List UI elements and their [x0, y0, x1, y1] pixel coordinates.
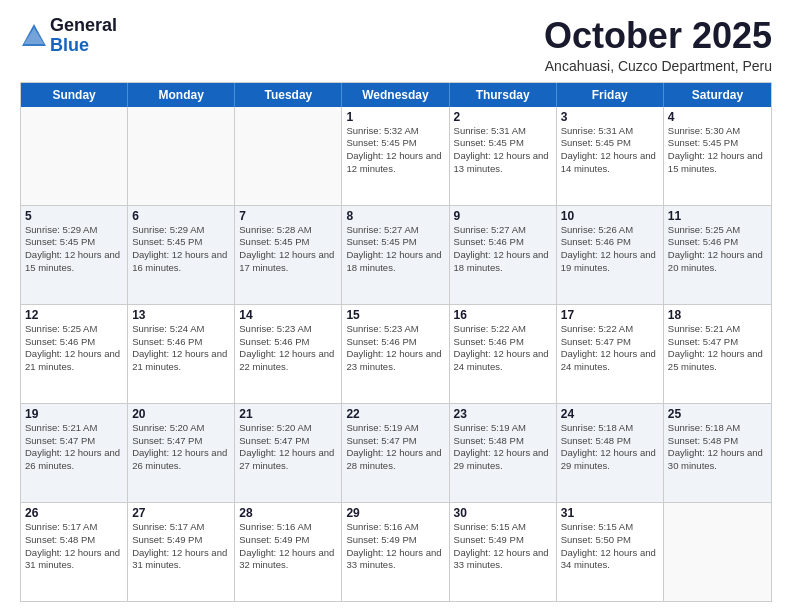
cell-info: Sunrise: 5:30 AM Sunset: 5:45 PM Dayligh…: [668, 125, 767, 176]
cell-info: Sunrise: 5:29 AM Sunset: 5:45 PM Dayligh…: [25, 224, 123, 275]
day-cell-31: 31Sunrise: 5:15 AM Sunset: 5:50 PM Dayli…: [557, 503, 664, 601]
cell-info: Sunrise: 5:19 AM Sunset: 5:48 PM Dayligh…: [454, 422, 552, 473]
day-cell-2: 2Sunrise: 5:31 AM Sunset: 5:45 PM Daylig…: [450, 107, 557, 205]
calendar-row-2: 5Sunrise: 5:29 AM Sunset: 5:45 PM Daylig…: [21, 205, 771, 304]
empty-cell: [128, 107, 235, 205]
day-cell-27: 27Sunrise: 5:17 AM Sunset: 5:49 PM Dayli…: [128, 503, 235, 601]
weekday-header-saturday: Saturday: [664, 83, 771, 107]
day-number: 18: [668, 308, 767, 322]
svg-marker-1: [24, 28, 44, 44]
location-title: Ancahuasi, Cuzco Department, Peru: [544, 58, 772, 74]
cell-info: Sunrise: 5:31 AM Sunset: 5:45 PM Dayligh…: [561, 125, 659, 176]
day-number: 14: [239, 308, 337, 322]
cell-info: Sunrise: 5:21 AM Sunset: 5:47 PM Dayligh…: [668, 323, 767, 374]
header: General Blue October 2025 Ancahuasi, Cuz…: [20, 16, 772, 74]
day-number: 26: [25, 506, 123, 520]
calendar-row-1: 1Sunrise: 5:32 AM Sunset: 5:45 PM Daylig…: [21, 107, 771, 205]
cell-info: Sunrise: 5:26 AM Sunset: 5:46 PM Dayligh…: [561, 224, 659, 275]
weekday-header-sunday: Sunday: [21, 83, 128, 107]
day-number: 20: [132, 407, 230, 421]
calendar-row-5: 26Sunrise: 5:17 AM Sunset: 5:48 PM Dayli…: [21, 502, 771, 601]
day-cell-25: 25Sunrise: 5:18 AM Sunset: 5:48 PM Dayli…: [664, 404, 771, 502]
cell-info: Sunrise: 5:29 AM Sunset: 5:45 PM Dayligh…: [132, 224, 230, 275]
logo-icon: [20, 22, 48, 50]
day-number: 7: [239, 209, 337, 223]
day-number: 6: [132, 209, 230, 223]
weekday-header-tuesday: Tuesday: [235, 83, 342, 107]
day-cell-6: 6Sunrise: 5:29 AM Sunset: 5:45 PM Daylig…: [128, 206, 235, 304]
day-cell-8: 8Sunrise: 5:27 AM Sunset: 5:45 PM Daylig…: [342, 206, 449, 304]
day-number: 30: [454, 506, 552, 520]
day-cell-17: 17Sunrise: 5:22 AM Sunset: 5:47 PM Dayli…: [557, 305, 664, 403]
day-cell-13: 13Sunrise: 5:24 AM Sunset: 5:46 PM Dayli…: [128, 305, 235, 403]
day-cell-24: 24Sunrise: 5:18 AM Sunset: 5:48 PM Dayli…: [557, 404, 664, 502]
calendar-row-4: 19Sunrise: 5:21 AM Sunset: 5:47 PM Dayli…: [21, 403, 771, 502]
day-cell-7: 7Sunrise: 5:28 AM Sunset: 5:45 PM Daylig…: [235, 206, 342, 304]
day-number: 13: [132, 308, 230, 322]
day-number: 1: [346, 110, 444, 124]
cell-info: Sunrise: 5:21 AM Sunset: 5:47 PM Dayligh…: [25, 422, 123, 473]
calendar-body: 1Sunrise: 5:32 AM Sunset: 5:45 PM Daylig…: [21, 107, 771, 601]
calendar-row-3: 12Sunrise: 5:25 AM Sunset: 5:46 PM Dayli…: [21, 304, 771, 403]
cell-info: Sunrise: 5:16 AM Sunset: 5:49 PM Dayligh…: [239, 521, 337, 572]
day-number: 3: [561, 110, 659, 124]
empty-cell: [21, 107, 128, 205]
day-cell-21: 21Sunrise: 5:20 AM Sunset: 5:47 PM Dayli…: [235, 404, 342, 502]
day-cell-3: 3Sunrise: 5:31 AM Sunset: 5:45 PM Daylig…: [557, 107, 664, 205]
day-number: 25: [668, 407, 767, 421]
cell-info: Sunrise: 5:16 AM Sunset: 5:49 PM Dayligh…: [346, 521, 444, 572]
day-cell-18: 18Sunrise: 5:21 AM Sunset: 5:47 PM Dayli…: [664, 305, 771, 403]
day-number: 28: [239, 506, 337, 520]
cell-info: Sunrise: 5:20 AM Sunset: 5:47 PM Dayligh…: [132, 422, 230, 473]
day-cell-29: 29Sunrise: 5:16 AM Sunset: 5:49 PM Dayli…: [342, 503, 449, 601]
cell-info: Sunrise: 5:24 AM Sunset: 5:46 PM Dayligh…: [132, 323, 230, 374]
day-number: 2: [454, 110, 552, 124]
day-cell-20: 20Sunrise: 5:20 AM Sunset: 5:47 PM Dayli…: [128, 404, 235, 502]
cell-info: Sunrise: 5:15 AM Sunset: 5:49 PM Dayligh…: [454, 521, 552, 572]
cell-info: Sunrise: 5:18 AM Sunset: 5:48 PM Dayligh…: [668, 422, 767, 473]
day-cell-12: 12Sunrise: 5:25 AM Sunset: 5:46 PM Dayli…: [21, 305, 128, 403]
day-cell-26: 26Sunrise: 5:17 AM Sunset: 5:48 PM Dayli…: [21, 503, 128, 601]
day-cell-30: 30Sunrise: 5:15 AM Sunset: 5:49 PM Dayli…: [450, 503, 557, 601]
day-number: 19: [25, 407, 123, 421]
cell-info: Sunrise: 5:15 AM Sunset: 5:50 PM Dayligh…: [561, 521, 659, 572]
day-number: 15: [346, 308, 444, 322]
weekday-header-thursday: Thursday: [450, 83, 557, 107]
day-number: 9: [454, 209, 552, 223]
day-number: 29: [346, 506, 444, 520]
calendar: SundayMondayTuesdayWednesdayThursdayFrid…: [20, 82, 772, 602]
day-cell-16: 16Sunrise: 5:22 AM Sunset: 5:46 PM Dayli…: [450, 305, 557, 403]
day-cell-10: 10Sunrise: 5:26 AM Sunset: 5:46 PM Dayli…: [557, 206, 664, 304]
day-number: 10: [561, 209, 659, 223]
day-number: 24: [561, 407, 659, 421]
day-cell-11: 11Sunrise: 5:25 AM Sunset: 5:46 PM Dayli…: [664, 206, 771, 304]
cell-info: Sunrise: 5:27 AM Sunset: 5:46 PM Dayligh…: [454, 224, 552, 275]
day-cell-28: 28Sunrise: 5:16 AM Sunset: 5:49 PM Dayli…: [235, 503, 342, 601]
empty-cell: [664, 503, 771, 601]
weekday-header-friday: Friday: [557, 83, 664, 107]
cell-info: Sunrise: 5:19 AM Sunset: 5:47 PM Dayligh…: [346, 422, 444, 473]
cell-info: Sunrise: 5:25 AM Sunset: 5:46 PM Dayligh…: [668, 224, 767, 275]
cell-info: Sunrise: 5:28 AM Sunset: 5:45 PM Dayligh…: [239, 224, 337, 275]
cell-info: Sunrise: 5:31 AM Sunset: 5:45 PM Dayligh…: [454, 125, 552, 176]
day-number: 4: [668, 110, 767, 124]
cell-info: Sunrise: 5:22 AM Sunset: 5:46 PM Dayligh…: [454, 323, 552, 374]
empty-cell: [235, 107, 342, 205]
calendar-header: SundayMondayTuesdayWednesdayThursdayFrid…: [21, 83, 771, 107]
day-number: 31: [561, 506, 659, 520]
weekday-header-wednesday: Wednesday: [342, 83, 449, 107]
cell-info: Sunrise: 5:25 AM Sunset: 5:46 PM Dayligh…: [25, 323, 123, 374]
day-cell-23: 23Sunrise: 5:19 AM Sunset: 5:48 PM Dayli…: [450, 404, 557, 502]
day-number: 8: [346, 209, 444, 223]
day-number: 12: [25, 308, 123, 322]
cell-info: Sunrise: 5:18 AM Sunset: 5:48 PM Dayligh…: [561, 422, 659, 473]
day-cell-22: 22Sunrise: 5:19 AM Sunset: 5:47 PM Dayli…: [342, 404, 449, 502]
day-number: 22: [346, 407, 444, 421]
day-number: 11: [668, 209, 767, 223]
day-number: 5: [25, 209, 123, 223]
cell-info: Sunrise: 5:23 AM Sunset: 5:46 PM Dayligh…: [239, 323, 337, 374]
cell-info: Sunrise: 5:23 AM Sunset: 5:46 PM Dayligh…: [346, 323, 444, 374]
day-number: 21: [239, 407, 337, 421]
day-cell-19: 19Sunrise: 5:21 AM Sunset: 5:47 PM Dayli…: [21, 404, 128, 502]
cell-info: Sunrise: 5:22 AM Sunset: 5:47 PM Dayligh…: [561, 323, 659, 374]
